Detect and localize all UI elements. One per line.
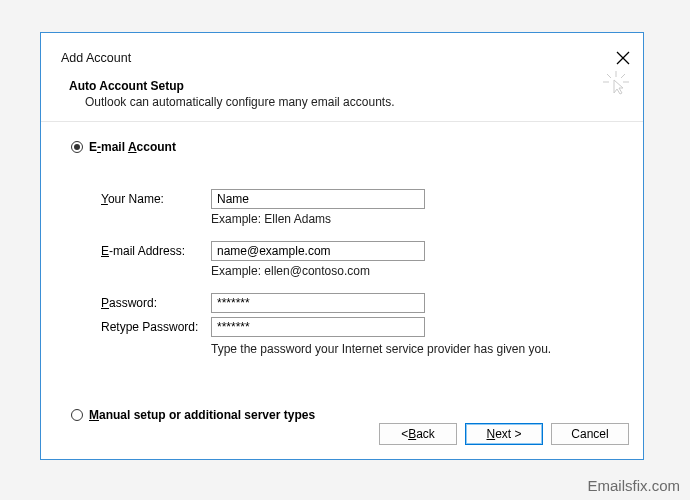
header-title: Auto Account Setup — [69, 79, 623, 93]
svg-line-6 — [621, 74, 625, 78]
add-account-dialog: Add Account Auto Account Setup Outlook c… — [40, 32, 644, 460]
label-password: Password: — [101, 296, 211, 310]
wizard-header: Auto Account Setup Outlook can automatic… — [41, 73, 643, 109]
row-retype-password: Retype Password: — [101, 316, 617, 338]
wizard-body: E-mail Account Your Name: Example: Ellen… — [41, 122, 643, 422]
account-form: Your Name: Example: Ellen Adams E-mail A… — [101, 188, 617, 356]
input-password[interactable] — [211, 293, 425, 313]
watermark: Emailsfix.com — [587, 477, 680, 494]
next-button[interactable]: Next > — [465, 423, 543, 445]
row-email: E-mail Address: — [101, 240, 617, 262]
window-title: Add Account — [61, 51, 131, 65]
close-icon — [615, 50, 631, 66]
row-password: Password: — [101, 292, 617, 314]
example-email: Example: ellen@contoso.com — [211, 264, 617, 278]
button-bar: < Back Next > Cancel — [379, 423, 629, 445]
back-button[interactable]: < Back — [379, 423, 457, 445]
radio-manual-setup[interactable]: Manual setup or additional server types — [71, 408, 617, 422]
radio-icon — [71, 409, 83, 421]
label-your-name: Your Name: — [101, 192, 211, 206]
cursor-icon — [603, 71, 629, 97]
close-button[interactable] — [615, 50, 631, 66]
cancel-button[interactable]: Cancel — [551, 423, 629, 445]
radio-email-account[interactable]: E-mail Account — [71, 140, 617, 154]
header-subtitle: Outlook can automatically configure many… — [69, 95, 623, 109]
input-your-name[interactable] — [211, 189, 425, 209]
radio-icon — [71, 141, 83, 153]
label-email: E-mail Address: — [101, 244, 211, 258]
label-retype-password: Retype Password: — [101, 320, 211, 334]
radio-email-label: E-mail Account — [89, 140, 176, 154]
password-hint: Type the password your Internet service … — [211, 342, 617, 356]
row-name: Your Name: — [101, 188, 617, 210]
input-retype-password[interactable] — [211, 317, 425, 337]
input-email[interactable] — [211, 241, 425, 261]
title-bar: Add Account — [41, 33, 643, 73]
svg-line-5 — [607, 74, 611, 78]
example-name: Example: Ellen Adams — [211, 212, 617, 226]
radio-manual-label: Manual setup or additional server types — [89, 408, 315, 422]
